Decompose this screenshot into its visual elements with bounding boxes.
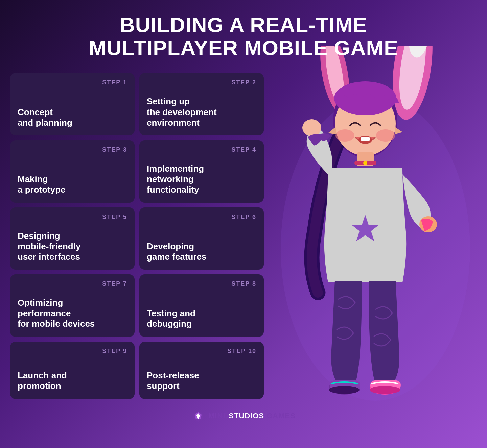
step-number-10: STEP 10 — [147, 348, 256, 355]
svg-point-20 — [329, 386, 360, 394]
step-number-7: STEP 7 — [18, 280, 127, 288]
logo: MINDSTUDIOS GAMES — [191, 409, 296, 423]
steps-grid: STEP 1Conceptand planningSTEP 2Setting u… — [0, 73, 271, 399]
step-label-9: Launch andpromotion — [18, 370, 127, 391]
logo-text: MINDSTUDIOS GAMES — [208, 412, 296, 420]
logo-studios: STUDIOS — [229, 412, 264, 420]
step-card-6: STEP 6Developinggame features — [139, 207, 264, 270]
svg-point-16 — [302, 119, 321, 136]
step-card-3: STEP 3Makinga prototype — [10, 140, 135, 203]
step-label-8: Testing anddebugging — [147, 308, 256, 329]
step-card-5: STEP 5Designingmobile-friendlyuser inter… — [10, 207, 135, 270]
step-label-1: Conceptand planning — [18, 107, 127, 128]
svg-point-15 — [363, 161, 367, 165]
svg-point-8 — [335, 129, 354, 142]
step-label-7: Optimizingperformancefor mobile devices — [18, 298, 127, 329]
step-label-4: Implementingnetworkingfunctionality — [147, 164, 256, 195]
svg-rect-11 — [361, 137, 370, 141]
svg-point-23 — [370, 386, 400, 394]
character-illustration — [257, 46, 487, 418]
page-title: BUILDING A REAL-TIME MULTIPLAYER MOBILE … — [89, 14, 398, 59]
step-card-2: STEP 2Setting upthe developmentenvironme… — [139, 73, 264, 135]
step-number-2: STEP 2 — [147, 79, 256, 86]
step-number-1: STEP 1 — [18, 79, 127, 86]
step-card-1: STEP 1Conceptand planning — [10, 73, 135, 135]
step-card-10: STEP 10Post-releasesupport — [139, 342, 264, 399]
step-card-4: STEP 4Implementingnetworkingfunctionalit… — [139, 140, 264, 203]
step-number-6: STEP 6 — [147, 214, 256, 221]
step-label-2: Setting upthe developmentenvironment — [147, 96, 256, 128]
step-card-8: STEP 8Testing anddebugging — [139, 274, 264, 337]
step-number-8: STEP 8 — [147, 280, 256, 288]
logo-games: GAMES — [266, 412, 296, 420]
svg-point-9 — [376, 129, 395, 142]
logo-icon — [191, 409, 205, 423]
step-label-6: Developinggame features — [147, 241, 256, 262]
step-label-10: Post-releasesupport — [147, 370, 256, 391]
step-number-9: STEP 9 — [18, 348, 127, 355]
step-card-9: STEP 9Launch andpromotion — [10, 342, 135, 399]
step-label-3: Makinga prototype — [18, 174, 127, 195]
step-number-4: STEP 4 — [147, 146, 256, 153]
step-number-3: STEP 3 — [18, 146, 127, 153]
bottom-section: MINDSTUDIOS GAMES — [0, 402, 487, 423]
logo-mind: MIND — [208, 412, 229, 420]
step-card-7: STEP 7Optimizingperformancefor mobile de… — [10, 274, 135, 337]
step-label-5: Designingmobile-friendlyuser interfaces — [18, 231, 127, 263]
step-number-5: STEP 5 — [18, 214, 127, 221]
